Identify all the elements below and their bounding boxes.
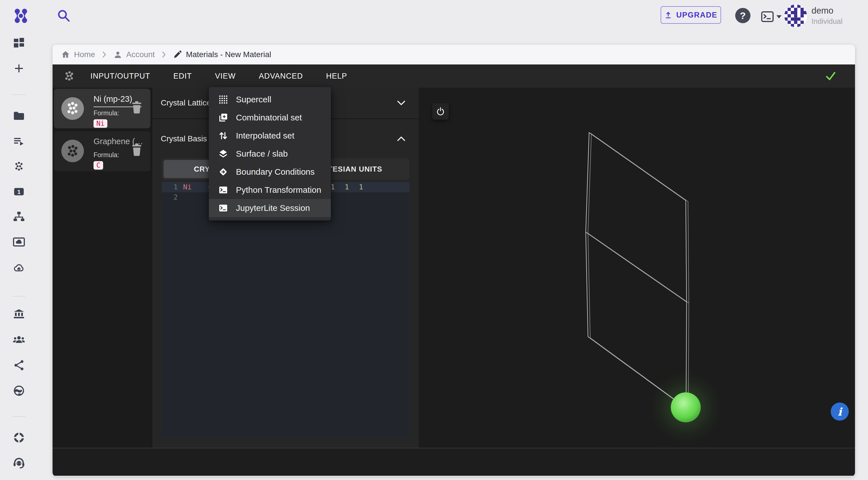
person-icon (113, 50, 122, 59)
user-plan: Individual (811, 17, 843, 26)
breadcrumb: Home Account Materials - New Material (53, 45, 855, 64)
green-check-icon[interactable] (825, 71, 836, 81)
upgrade-label: UPGRADE (676, 11, 717, 20)
breadcrumb-account[interactable]: Account (113, 50, 155, 59)
material-designer-window: Home Account Materials - New Material IN… (53, 45, 855, 476)
dashboard-icon[interactable] (12, 36, 25, 50)
material-thumbnail-atoms-icon (61, 97, 84, 120)
menu-view[interactable]: VIEW (215, 72, 236, 81)
directions-icon (218, 167, 228, 177)
menu-advanced[interactable]: ADVANCED (259, 72, 303, 81)
upgrade-button[interactable]: UPGRADE (661, 6, 721, 24)
material-item-ni[interactable]: Ni (mp-23) Formula: Ni (54, 89, 150, 128)
upload-icon (664, 11, 672, 19)
formula-badge: Ni (94, 119, 107, 128)
menu-item-interpolated-set[interactable]: Interpolated set (209, 127, 331, 145)
terminal-icon (218, 203, 228, 213)
formula-badge: C (94, 161, 103, 170)
svg-text:1: 1 (17, 189, 20, 195)
layers-icon (218, 149, 228, 158)
viewer-3d[interactable]: i (420, 88, 855, 448)
menu-item-python-transformation[interactable]: Python Transformation (209, 181, 331, 199)
menu-item-boundary-conditions[interactable]: Boundary Conditions (209, 163, 331, 181)
sidebar-divider (12, 94, 25, 95)
folder-icon[interactable] (12, 110, 25, 122)
delete-icon[interactable] (132, 144, 142, 156)
chevron-up-icon[interactable] (396, 136, 406, 142)
chevron-down-icon (776, 15, 781, 19)
menu-item-surface-slab[interactable]: Surface / slab (209, 145, 331, 163)
pencil-icon (173, 50, 182, 59)
material-item-graphene[interactable]: Graphene (… Formula: C (54, 131, 150, 171)
people-icon[interactable] (12, 333, 25, 346)
entity-one-card-icon[interactable]: 1 (12, 185, 25, 198)
workflow-tree-icon[interactable] (12, 210, 25, 223)
cloud-upload-icon[interactable] (12, 262, 25, 274)
globe-icon[interactable] (12, 384, 25, 397)
chevron-right-icon (101, 51, 107, 58)
element-token: Ni (183, 182, 192, 192)
jobs-playlist-icon[interactable] (12, 135, 25, 148)
power-icon (436, 107, 445, 116)
materials-list: Ni (mp-23) Formula: Ni (53, 88, 152, 448)
power-button[interactable] (432, 103, 449, 120)
menu-item-jupyterlite-session[interactable]: JupyterLite Session (209, 199, 331, 217)
terminal-icon (761, 11, 774, 23)
designer-menubar: INPUT/OUTPUT EDIT VIEW ADVANCED HELP (53, 64, 855, 88)
card-footer (53, 448, 855, 476)
chevron-down-icon[interactable] (396, 100, 406, 106)
atoms-cluster-icon (63, 69, 76, 83)
breadcrumb-current-page: Materials - New Material (173, 50, 271, 59)
share-icon[interactable] (12, 359, 25, 372)
library-add-icon (218, 113, 228, 122)
swap-vertical-icon (218, 131, 228, 141)
advanced-dropdown-menu: Supercell Combinatorial set Interpolated… (209, 87, 331, 220)
material-thumbnail-atoms-icon (61, 140, 84, 162)
top-bar: UPGRADE ? demo Individual (0, 0, 868, 33)
sidebar-divider (12, 416, 25, 417)
user-name: demo (811, 6, 834, 16)
sidebar-divider (12, 296, 25, 297)
media-cloud-icon[interactable] (12, 236, 25, 248)
console-menu-button[interactable] (761, 11, 781, 23)
menu-item-supercell[interactable]: Supercell (209, 90, 331, 109)
menu-item-combinatorial-set[interactable]: Combinatorial set (209, 109, 331, 127)
headset-support-icon[interactable] (12, 456, 25, 470)
menu-edit[interactable]: EDIT (174, 72, 192, 81)
flags-token: 1 1 1 (331, 182, 366, 192)
home-icon (61, 50, 70, 59)
menu-help[interactable]: HELP (326, 72, 347, 81)
menu-input-output[interactable]: INPUT/OUTPUT (90, 72, 150, 81)
avatar[interactable] (784, 4, 807, 27)
add-icon[interactable] (12, 62, 25, 75)
unit-cell-wireframe (420, 88, 855, 448)
breadcrumb-home[interactable]: Home (61, 50, 95, 59)
support-wheel-icon[interactable] (12, 431, 25, 444)
info-button[interactable]: i (831, 402, 849, 421)
help-icon[interactable]: ? (735, 8, 750, 23)
delete-icon[interactable] (132, 101, 142, 114)
materials-atoms-icon[interactable] (12, 160, 25, 173)
terminal-icon (218, 185, 228, 195)
mat3ra-logo-icon[interactable] (12, 7, 29, 24)
supercell-grid-icon (218, 95, 228, 104)
chevron-right-icon (161, 51, 167, 58)
bank-icon[interactable] (12, 308, 25, 321)
nickel-atom-sphere[interactable] (671, 392, 701, 422)
search-icon[interactable] (57, 8, 71, 23)
